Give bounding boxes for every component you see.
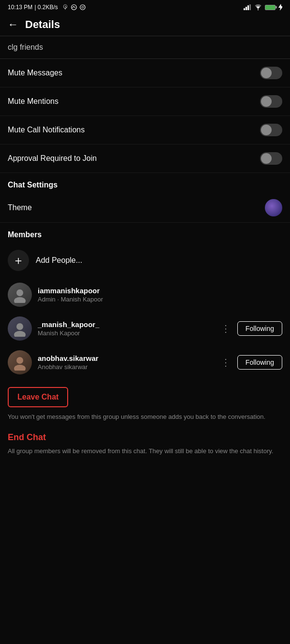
theme-label: Theme (8, 203, 32, 212)
svg-point-10 (16, 323, 23, 330)
member-subtext: Admin · Manish Kapoor (38, 296, 282, 303)
mute-mentions-knob (261, 96, 272, 107)
group-name-section: clg friends (0, 36, 290, 59)
member-options-dots[interactable]: ⋮ (218, 355, 233, 370)
mute-messages-knob (261, 68, 272, 78)
member-actions: ⋮ Following (218, 355, 282, 370)
wifi-icon (254, 4, 262, 10)
member-username: _manish_kapoor_ (38, 320, 212, 329)
mute-mentions-row: Mute Mentions (0, 87, 290, 116)
add-people-icon: ＋ (8, 250, 29, 271)
member-row: _manish_kapoor_ Manish Kapoor ⋮ Followin… (0, 312, 290, 345)
leave-chat-section: Leave Chat You won't get messages from t… (0, 379, 290, 429)
chat-settings-header: Chat Settings (0, 173, 290, 193)
signal-icon (244, 4, 251, 10)
avatar (8, 283, 32, 307)
member-username: iammanishkapoor (38, 286, 282, 295)
member-username: anobhav.sikarwar (38, 354, 212, 362)
member-subtext: Manish Kapoor (38, 329, 212, 337)
mute-mentions-toggle[interactable] (260, 95, 282, 108)
instagram-icon (79, 4, 86, 11)
member-info: anobhav.sikarwar Anobhav sikarwar (38, 354, 212, 371)
member-row: iammanishkapoor Admin · Manish Kapoor (0, 278, 290, 312)
svg-point-2 (84, 6, 84, 6)
member-info: _manish_kapoor_ Manish Kapoor (38, 320, 212, 337)
svg-rect-6 (249, 4, 251, 10)
mute-calls-row: Mute Call Notifications (0, 116, 290, 144)
status-bar: 10:13 PM | 0.2KB/s (0, 0, 290, 14)
member-actions: ⋮ Following (218, 321, 282, 336)
mute-calls-knob (261, 125, 272, 135)
end-chat-button[interactable]: End Chat (8, 432, 46, 443)
svg-rect-5 (247, 5, 249, 10)
back-button[interactable]: ← (8, 19, 18, 30)
following-button[interactable]: Following (237, 355, 282, 370)
following-button[interactable]: Following (237, 321, 282, 336)
messenger-icon (71, 4, 77, 11)
end-chat-description: All group members will be removed from t… (8, 446, 282, 456)
status-left: 10:13 PM | 0.2KB/s (8, 4, 86, 11)
mute-mentions-label: Mute Mentions (8, 97, 58, 106)
add-people-label: Add People... (36, 256, 82, 265)
status-time: 10:13 PM (8, 4, 32, 11)
approval-knob (261, 153, 272, 164)
leave-chat-button[interactable]: Leave Chat (8, 387, 68, 407)
member-options-dots[interactable]: ⋮ (218, 321, 233, 336)
avatar (8, 316, 32, 341)
member-row: anobhav.sikarwar Anobhav sikarwar ⋮ Foll… (0, 345, 290, 379)
status-icons (62, 4, 86, 11)
mute-messages-label: Mute Messages (8, 69, 62, 77)
mute-messages-row: Mute Messages (0, 59, 290, 87)
charging-icon (278, 4, 282, 11)
status-speed: | 0.2KB/s (34, 4, 58, 11)
mute-calls-label: Mute Call Notifications (8, 126, 85, 134)
member-subtext: Anobhav sikarwar (38, 363, 212, 371)
group-name-text: clg friends (8, 43, 43, 51)
members-section-header: Members (0, 223, 290, 243)
app-header: ← Details (0, 14, 290, 36)
member-info: iammanishkapoor Admin · Manish Kapoor (38, 286, 282, 303)
mute-calls-toggle[interactable] (260, 124, 282, 136)
avatar (8, 350, 32, 374)
mute-messages-toggle[interactable] (260, 67, 282, 79)
approval-label: Approval Required to Join (8, 154, 97, 163)
svg-rect-4 (246, 7, 247, 10)
end-chat-section: End Chat All group members will be remov… (0, 429, 290, 464)
add-people-row[interactable]: ＋ Add People... (0, 243, 290, 278)
svg-point-11 (14, 331, 26, 337)
alarm-icon (62, 4, 69, 11)
svg-point-8 (16, 289, 23, 296)
approval-row: Approval Required to Join (0, 144, 290, 173)
battery-icon (265, 5, 276, 10)
status-right (244, 4, 282, 11)
leave-chat-description: You won't get messages from this group u… (8, 412, 282, 422)
svg-point-9 (14, 297, 26, 303)
svg-point-7 (258, 9, 259, 10)
svg-point-13 (14, 365, 26, 371)
svg-rect-3 (244, 8, 245, 10)
svg-point-12 (16, 357, 23, 364)
page-title: Details (25, 18, 60, 31)
svg-point-1 (82, 6, 84, 8)
approval-toggle[interactable] (260, 152, 282, 165)
theme-row[interactable]: Theme (0, 193, 290, 223)
theme-circle (265, 199, 282, 216)
svg-point-0 (80, 5, 86, 10)
